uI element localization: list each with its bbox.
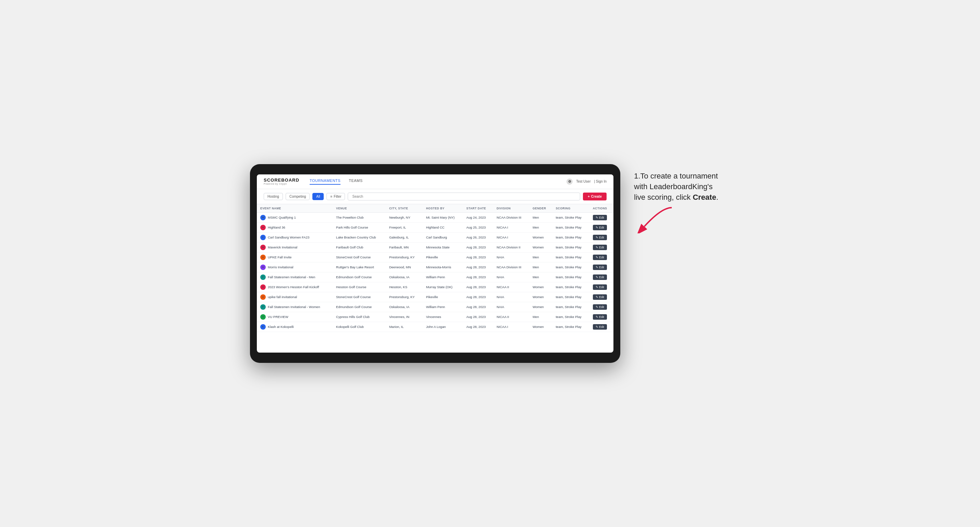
cell-venue: Edmundson Golf Course bbox=[332, 302, 386, 312]
nav-sign-in[interactable]: | Sign In bbox=[594, 179, 606, 183]
cell-city-state: Prestonsburg, KY bbox=[386, 252, 422, 262]
cell-event-name: M Morris Invitational bbox=[257, 262, 332, 272]
cell-scoring: team, Stroke Play bbox=[552, 242, 589, 252]
col-venue: VENUE bbox=[332, 204, 386, 213]
cell-event-name: U UPKE Fall Invite bbox=[257, 252, 332, 262]
cell-event-name: F Fall Statesmen Invitational - Women bbox=[257, 302, 332, 312]
cell-city-state: Newburgh, NY bbox=[386, 213, 422, 222]
cell-hosted-by: Minnesota State bbox=[422, 242, 463, 252]
cell-venue: The Powelton Club bbox=[332, 213, 386, 222]
edit-button[interactable]: ✎ Edit bbox=[593, 324, 607, 330]
create-label: Create bbox=[591, 195, 602, 198]
cell-gender: Women bbox=[529, 302, 552, 312]
cell-city-state: Vincennes, IN bbox=[386, 312, 422, 322]
cell-start-date: Aug 28, 2023 bbox=[463, 322, 493, 332]
cell-start-date: Aug 28, 2023 bbox=[463, 312, 493, 322]
cell-city-state: Faribault, MN bbox=[386, 242, 422, 252]
event-name-text: Klash at Kokopelli bbox=[268, 325, 294, 329]
table-row: F Fall Statesmen Invitational - Men Edmu… bbox=[257, 272, 613, 282]
cell-actions: ✎ Edit bbox=[589, 292, 613, 302]
edit-button[interactable]: ✎ Edit bbox=[593, 225, 607, 230]
cell-hosted-by: Carl Sandburg bbox=[422, 232, 463, 242]
cell-venue: Ruttger's Bay Lake Resort bbox=[332, 262, 386, 272]
edit-button[interactable]: ✎ Edit bbox=[593, 304, 607, 310]
cell-gender: Women bbox=[529, 232, 552, 242]
team-logo: F bbox=[260, 275, 266, 280]
cell-hosted-by: William Penn bbox=[422, 272, 463, 282]
cell-division: NAIA bbox=[493, 252, 529, 262]
cell-actions: ✎ Edit bbox=[589, 252, 613, 262]
cell-scoring: team, Stroke Play bbox=[552, 213, 589, 222]
cell-event-name: K Klash at Kokopelli bbox=[257, 322, 332, 332]
cell-division: NICAA II bbox=[493, 312, 529, 322]
cell-division: NCAA Division III bbox=[493, 213, 529, 222]
team-logo: U bbox=[260, 255, 266, 260]
edit-button[interactable]: ✎ Edit bbox=[593, 275, 607, 280]
edit-button[interactable]: ✎ Edit bbox=[593, 294, 607, 300]
tablet-screen: SCOREBOARD Powered by Clippit TOURNAMENT… bbox=[257, 175, 613, 352]
team-logo: V bbox=[260, 314, 266, 320]
event-name-text: UPKE Fall Invite bbox=[268, 255, 291, 259]
cell-hosted-by: Vincennes bbox=[422, 312, 463, 322]
cell-division: NICAA I bbox=[493, 232, 529, 242]
cell-city-state: Galesburg, IL bbox=[386, 232, 422, 242]
event-name-text: Carl Sandburg Women FA23 bbox=[268, 235, 309, 239]
edit-button[interactable]: ✎ Edit bbox=[593, 265, 607, 270]
col-scoring: SCORING bbox=[552, 204, 589, 213]
edit-button[interactable]: ✎ Edit bbox=[593, 314, 607, 320]
tab-teams[interactable]: TEAMS bbox=[349, 179, 363, 185]
cell-event-name: M MSMC Qualifying 1 bbox=[257, 213, 332, 222]
cell-start-date: Aug 28, 2023 bbox=[463, 242, 493, 252]
cell-start-date: Aug 25, 2023 bbox=[463, 222, 493, 232]
annotation-panel: 1.To create a tournament with Leaderboar… bbox=[627, 164, 730, 240]
edit-button[interactable]: ✎ Edit bbox=[593, 255, 607, 260]
cell-start-date: Aug 28, 2023 bbox=[463, 282, 493, 292]
cell-division: NCAA Division II bbox=[493, 242, 529, 252]
filter-label: Filter bbox=[334, 195, 341, 198]
table-header-row: EVENT NAME VENUE CITY, STATE HOSTED BY S… bbox=[257, 204, 613, 213]
logo-area: SCOREBOARD Powered by Clippit bbox=[264, 178, 299, 186]
cell-gender: Women bbox=[529, 282, 552, 292]
nav-bar: SCOREBOARD Powered by Clippit TOURNAMENT… bbox=[257, 175, 613, 189]
cell-event-name: U upike fall invitational bbox=[257, 292, 332, 302]
cell-actions: ✎ Edit bbox=[589, 213, 613, 222]
cell-scoring: team, Stroke Play bbox=[552, 302, 589, 312]
cell-venue: Lake Bracken Country Club bbox=[332, 232, 386, 242]
cell-event-name: F Fall Statesmen Invitational - Men bbox=[257, 272, 332, 282]
cell-division: NICAA II bbox=[493, 282, 529, 292]
nav-user-label: Test User bbox=[576, 179, 590, 183]
settings-icon[interactable]: ⚙ bbox=[566, 179, 573, 185]
cell-event-name: C Carl Sandburg Women FA23 bbox=[257, 232, 332, 242]
tablet-device: SCOREBOARD Powered by Clippit TOURNAMENT… bbox=[250, 164, 620, 363]
filter-competing-button[interactable]: Competing bbox=[286, 193, 310, 200]
col-division: DIVISION bbox=[493, 204, 529, 213]
edit-button[interactable]: ✎ Edit bbox=[593, 284, 607, 290]
filter-options-button[interactable]: ≡ Filter bbox=[326, 193, 345, 200]
event-name-text: 2023 Women's Hesston Fall Kickoff bbox=[268, 285, 319, 289]
event-name-text: VU PREVIEW bbox=[268, 315, 288, 319]
table-row: V VU PREVIEW Cypress Hills Golf Club Vin… bbox=[257, 312, 613, 322]
table-row: U UPKE Fall Invite StoneCrest Golf Cours… bbox=[257, 252, 613, 262]
toolbar: Hosting Competing All ≡ Filter + Create bbox=[257, 189, 613, 204]
create-button[interactable]: + Create bbox=[583, 192, 606, 200]
cell-venue: Park Hills Golf Course bbox=[332, 222, 386, 232]
col-gender: GENDER bbox=[529, 204, 552, 213]
filter-hosting-button[interactable]: Hosting bbox=[264, 193, 283, 200]
tournaments-table: EVENT NAME VENUE CITY, STATE HOSTED BY S… bbox=[257, 204, 613, 332]
edit-button[interactable]: ✎ Edit bbox=[593, 244, 607, 250]
edit-button[interactable]: ✎ Edit bbox=[593, 215, 607, 220]
search-input[interactable] bbox=[348, 192, 580, 200]
cell-start-date: Aug 24, 2023 bbox=[463, 213, 493, 222]
edit-button[interactable]: ✎ Edit bbox=[593, 235, 607, 240]
cell-actions: ✎ Edit bbox=[589, 302, 613, 312]
cell-actions: ✎ Edit bbox=[589, 242, 613, 252]
col-event-name: EVENT NAME bbox=[257, 204, 332, 213]
event-name-text: MSMC Qualifying 1 bbox=[268, 216, 296, 219]
cell-hosted-by: Highland CC bbox=[422, 222, 463, 232]
cell-gender: Women bbox=[529, 322, 552, 332]
cell-division: NICAA I bbox=[493, 222, 529, 232]
cell-start-date: Aug 28, 2023 bbox=[463, 252, 493, 262]
tab-tournaments[interactable]: TOURNAMENTS bbox=[310, 179, 340, 185]
team-logo: M bbox=[260, 244, 266, 250]
filter-all-button[interactable]: All bbox=[312, 193, 324, 200]
